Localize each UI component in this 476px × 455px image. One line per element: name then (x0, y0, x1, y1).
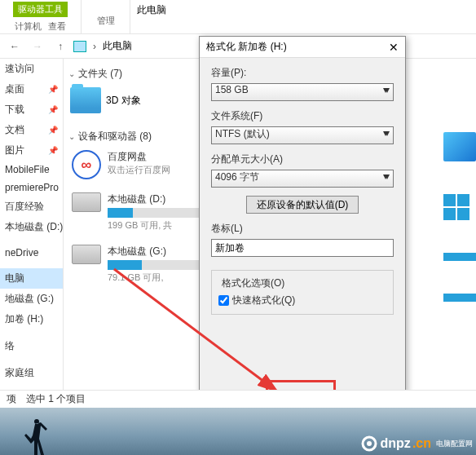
chevron-down-icon: ⌄ (68, 132, 75, 141)
chevron-down-icon: ⌄ (68, 69, 75, 78)
item-count: 项 (7, 392, 16, 406)
pin-icon: 📌 (48, 126, 58, 135)
sidebar-item-onedrive[interactable]: neDrive (0, 244, 63, 262)
ribbon-tab-manage[interactable]: 管理 (97, 15, 115, 27)
sidebar-item-thispc[interactable]: 电脑 (0, 268, 63, 289)
ribbon-tab-computer[interactable]: 计算机 (15, 20, 42, 33)
ribbon-tab-view[interactable]: 查看 (48, 20, 66, 33)
dialog-titlebar: 格式化 新加卷 (H:) ✕ (200, 37, 405, 58)
pin-icon: 📌 (48, 105, 58, 114)
silhouette-figure (24, 416, 49, 455)
desktop-wallpaper: dnpz.cn 电脑配置网 (0, 408, 476, 455)
pin-icon: 📌 (48, 85, 58, 94)
sidebar-item-desktop[interactable]: 桌面📌 (0, 79, 63, 99)
pc-icon (73, 41, 86, 52)
volume-label-input[interactable] (211, 239, 394, 257)
folder-icon (70, 87, 101, 113)
sidebar-item-downloads[interactable]: 下载📌 (0, 99, 63, 120)
forward-button[interactable]: → (28, 37, 47, 56)
folder-3d-objects[interactable]: 3D 对象 (68, 84, 191, 117)
sidebar-item-network[interactable]: 络 (0, 336, 63, 356)
baidu-icon: ∞ (72, 150, 101, 179)
sidebar-item-quickaccess[interactable]: 速访问 (0, 59, 63, 79)
format-dialog: 格式化 新加卷 (H:) ✕ 容量(P): 158 GB▾ 文件系统(F) NT… (199, 36, 406, 417)
gear-icon (359, 434, 379, 453)
quick-format-checkbox[interactable] (218, 295, 229, 306)
sidebar-item-documents[interactable]: 文档📌 (0, 120, 63, 140)
capacity-select[interactable]: 158 GB▾ (211, 83, 394, 101)
drive-bar-partial (443, 294, 476, 302)
sidebar-item-pictures[interactable]: 图片📌 (0, 140, 63, 161)
volume-label-label: 卷标(L) (211, 222, 394, 236)
sidebar-item-disk-d[interactable]: 本地磁盘 (D:) (0, 217, 63, 237)
sidebar-item-homegroup[interactable]: 家庭组 (0, 363, 63, 383)
allocation-label: 分配单元大小(A) (211, 152, 394, 166)
sidebar-item-mobilefile[interactable]: MobileFile (0, 161, 63, 179)
filesystem-label: 文件系统(F) (211, 109, 394, 123)
drive-icon (72, 192, 101, 212)
quick-format-label: 快速格式化(Q) (232, 294, 295, 307)
ribbon-contextual-tab[interactable]: 驱动器工具 (13, 2, 68, 17)
selected-count: 选中 1 个项目 (26, 392, 86, 406)
format-options-label: 格式化选项(O) (218, 276, 288, 290)
location-text[interactable]: 此电脑 (103, 39, 132, 53)
sidebar-item-premierepro[interactable]: premierePro (0, 179, 63, 197)
close-button[interactable]: ✕ (389, 41, 399, 54)
pin-icon: 📌 (48, 146, 58, 155)
restore-defaults-button[interactable]: 还原设备的默认值(D) (246, 196, 359, 214)
capacity-label: 容量(P): (211, 66, 394, 80)
filesystem-select[interactable]: NTFS (默认)▾ (211, 126, 394, 144)
breadcrumb-separator: › (90, 37, 99, 56)
allocation-select[interactable]: 4096 字节▾ (211, 170, 394, 188)
videos-folder-icon[interactable] (443, 132, 476, 161)
status-bar: 项 选中 1 个项目 (0, 390, 476, 408)
drive-icon (72, 245, 101, 264)
windows-drive-icon[interactable] (443, 194, 469, 220)
watermark: dnpz.cn 电脑配置网 (359, 434, 473, 453)
back-button[interactable]: ← (5, 37, 24, 56)
dialog-title-text: 格式化 新加卷 (H:) (206, 40, 287, 54)
sidebar-item-disk-h[interactable]: 加卷 (H:) (0, 309, 63, 329)
sidebar-item-disk-g[interactable]: 地磁盘 (G:) (0, 289, 63, 309)
breadcrumb-title: 此电脑 (137, 3, 166, 17)
up-button[interactable]: ↑ (51, 37, 70, 56)
drive-bar-partial (443, 253, 476, 261)
ribbon: 驱动器工具 计算机 查看 管理 此电脑 (0, 0, 476, 34)
svg-point-2 (367, 441, 372, 446)
sidebar-item-baidujingyan[interactable]: 百度经验 (0, 197, 63, 217)
nav-sidebar: 速访问 桌面📌 下载📌 文档📌 图片📌 MobileFile premiereP… (0, 59, 64, 409)
